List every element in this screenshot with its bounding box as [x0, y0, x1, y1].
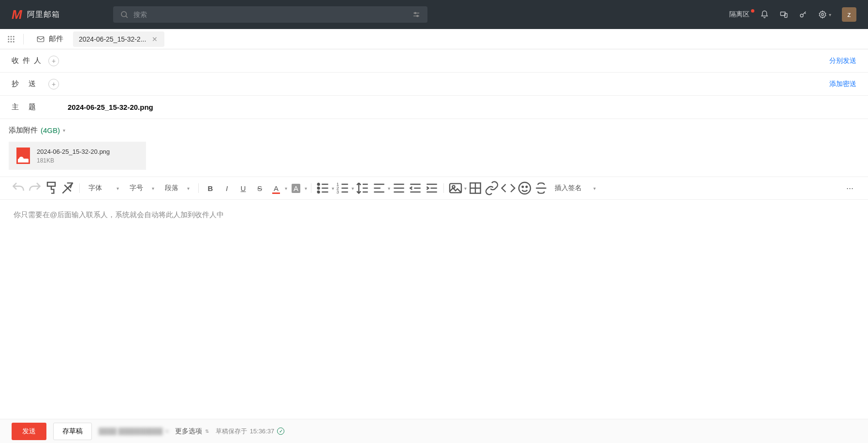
svg-point-15: [13, 38, 15, 40]
undo-button[interactable]: [11, 180, 26, 196]
tab-mail-label: 邮件: [49, 34, 63, 44]
format-painter-button[interactable]: [44, 180, 59, 196]
subject-input[interactable]: [48, 103, 856, 111]
chevron-down-icon[interactable]: ▾: [352, 186, 354, 191]
add-bcc-link[interactable]: 添加密送: [829, 80, 856, 89]
svg-point-54: [522, 186, 524, 188]
attachment-filename: 2024-06-25_15-32-20.png: [37, 148, 110, 155]
chevron-down-icon: ▾: [829, 12, 831, 17]
tab-mail[interactable]: 邮件: [31, 34, 68, 44]
subject-row: 主 题: [0, 96, 868, 119]
add-attachment-label: 添加附件: [9, 126, 38, 135]
bg-color-button[interactable]: A: [288, 180, 304, 196]
chevron-down-icon[interactable]: ▾: [332, 186, 334, 191]
key-icon[interactable]: [799, 10, 808, 19]
editor-body[interactable]: 你只需要在@后面输入联系人，系统就会自动将此人加到收件人中: [0, 200, 868, 325]
quarantine-link[interactable]: 隔离区: [729, 10, 750, 19]
emoji-button[interactable]: [517, 180, 532, 196]
image-button[interactable]: [448, 180, 463, 196]
svg-point-4: [414, 13, 416, 14]
indent-button[interactable]: [424, 180, 440, 196]
italic-button[interactable]: I: [219, 180, 235, 196]
add-recipient-button[interactable]: +: [48, 56, 59, 66]
svg-text:3: 3: [337, 190, 339, 194]
redo-button[interactable]: [27, 180, 43, 196]
line-height-button[interactable]: [355, 180, 370, 196]
apps-grid-icon[interactable]: [7, 35, 15, 44]
attachment-header[interactable]: 添加附件 (4GB) ▾: [0, 119, 868, 142]
svg-line-1: [126, 16, 127, 17]
chevron-down-icon: ▾: [117, 186, 119, 191]
font-color-button[interactable]: A: [268, 180, 284, 196]
tab-compose-label: 2024-06-25_15-32-2...: [79, 35, 146, 43]
separator: [311, 183, 311, 193]
separator: [443, 183, 444, 193]
search-options-icon[interactable]: [412, 10, 421, 19]
paragraph-select[interactable]: 段落▾: [160, 184, 194, 192]
svg-rect-20: [47, 182, 55, 186]
subject-label: 主 题: [12, 103, 48, 112]
chevron-down-icon[interactable]: ▾: [305, 186, 307, 191]
svg-point-17: [11, 41, 12, 42]
search-bar[interactable]: [113, 6, 427, 23]
separator: [198, 183, 199, 193]
align-justify-button[interactable]: [391, 180, 407, 196]
editor-placeholder: 你只需要在@后面输入联系人，系统就会自动将此人加到收件人中: [14, 210, 224, 219]
code-button[interactable]: [500, 180, 516, 196]
font-size-select[interactable]: 字号▾: [125, 184, 159, 192]
cc-label: 抄 送: [12, 79, 48, 89]
to-label: 收件人: [12, 56, 48, 65]
strikethrough-format-button[interactable]: [533, 180, 549, 196]
outdent-button[interactable]: [408, 180, 423, 196]
bell-icon[interactable]: [760, 10, 769, 19]
avatar[interactable]: z: [842, 7, 856, 22]
bullet-list-button[interactable]: [315, 180, 331, 196]
strikethrough-button[interactable]: S: [252, 180, 267, 196]
image-file-icon: [16, 148, 30, 164]
logo-icon: M: [12, 7, 22, 22]
svg-point-10: [8, 36, 9, 37]
send-separately-link[interactable]: 分别发送: [829, 57, 856, 65]
svg-point-5: [416, 15, 418, 17]
svg-point-9: [822, 14, 824, 16]
svg-point-0: [121, 12, 127, 17]
signature-select[interactable]: 插入签名▾: [550, 184, 601, 192]
chevron-down-icon[interactable]: ▾: [285, 186, 287, 191]
divider: [23, 34, 24, 44]
attachment-card[interactable]: 2024-06-25_15-32-20.png 181KB: [9, 142, 146, 170]
svg-point-8: [800, 14, 803, 17]
chevron-down-icon: ▾: [187, 186, 190, 191]
settings-menu[interactable]: ▾: [818, 10, 831, 19]
font-family-select[interactable]: 字体▾: [84, 184, 124, 192]
svg-point-53: [519, 182, 530, 194]
cc-row: 抄 送 + 添加密送: [0, 73, 868, 96]
chevron-down-icon: ▾: [593, 186, 596, 191]
svg-rect-19: [37, 36, 44, 42]
chevron-down-icon[interactable]: ▾: [464, 186, 467, 191]
link-button[interactable]: [484, 180, 500, 196]
bold-button[interactable]: B: [203, 180, 218, 196]
devices-icon[interactable]: [780, 10, 788, 19]
numbered-list-button[interactable]: 123: [335, 180, 351, 196]
attachment-info: 2024-06-25_15-32-20.png 181KB: [37, 148, 110, 164]
envelope-icon: [36, 35, 45, 44]
attachment-limit: (4GB): [41, 126, 60, 134]
clear-format-button[interactable]: [60, 180, 75, 196]
align-button[interactable]: [371, 180, 387, 196]
tab-compose[interactable]: 2024-06-25_15-32-2... ✕: [73, 31, 164, 47]
svg-point-16: [8, 41, 9, 42]
add-cc-button[interactable]: +: [48, 79, 59, 89]
table-button[interactable]: [468, 180, 483, 196]
tab-bar: 邮件 2024-06-25_15-32-2... ✕: [0, 29, 868, 49]
svg-point-13: [8, 38, 9, 40]
svg-point-12: [13, 36, 15, 37]
chevron-down-icon[interactable]: ▾: [388, 186, 390, 191]
recipients-row: 收件人 + 分别发送: [0, 49, 868, 73]
underline-button[interactable]: U: [235, 180, 251, 196]
search-input[interactable]: [133, 11, 407, 18]
quarantine-label: 隔离区: [729, 10, 750, 18]
logo[interactable]: M 阿里邮箱: [12, 7, 60, 22]
editor-toolbar: 字体▾ 字号▾ 段落▾ B I U S A ▾ A ▾ ▾ 123 ▾ ▾ ▾ …: [0, 177, 868, 200]
more-toolbar-button[interactable]: ⋯: [842, 180, 857, 196]
close-icon[interactable]: ✕: [151, 34, 159, 44]
